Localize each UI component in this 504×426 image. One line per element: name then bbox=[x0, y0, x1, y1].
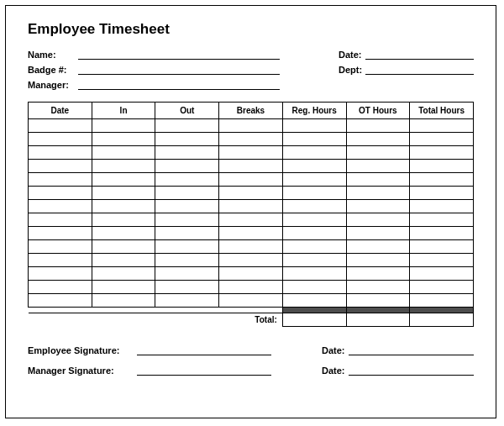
table-cell[interactable] bbox=[219, 200, 283, 213]
table-cell[interactable] bbox=[410, 254, 474, 267]
table-cell[interactable] bbox=[282, 267, 346, 281]
table-cell[interactable] bbox=[346, 240, 410, 254]
table-cell[interactable] bbox=[29, 254, 92, 267]
mgr-sig-field[interactable] bbox=[137, 366, 271, 376]
table-cell[interactable] bbox=[346, 146, 410, 160]
table-cell[interactable] bbox=[92, 119, 155, 133]
table-cell[interactable] bbox=[29, 200, 92, 213]
table-cell[interactable] bbox=[155, 146, 219, 160]
table-cell[interactable] bbox=[410, 119, 474, 133]
table-cell[interactable] bbox=[92, 213, 155, 227]
table-cell[interactable] bbox=[219, 294, 283, 308]
table-cell[interactable] bbox=[282, 160, 346, 173]
table-cell[interactable] bbox=[282, 200, 346, 213]
table-cell[interactable] bbox=[346, 267, 410, 281]
manager-field[interactable] bbox=[78, 80, 280, 90]
table-cell[interactable] bbox=[155, 119, 219, 133]
table-cell[interactable] bbox=[92, 281, 155, 294]
table-cell[interactable] bbox=[155, 240, 219, 254]
dept-field[interactable] bbox=[365, 65, 474, 75]
table-cell[interactable] bbox=[92, 254, 155, 267]
total-reg[interactable] bbox=[282, 313, 346, 327]
table-cell[interactable] bbox=[29, 267, 92, 281]
table-cell[interactable] bbox=[346, 173, 410, 187]
table-cell[interactable] bbox=[92, 227, 155, 240]
total-all[interactable] bbox=[410, 313, 474, 327]
table-cell[interactable] bbox=[346, 213, 410, 227]
table-cell[interactable] bbox=[155, 281, 219, 294]
total-ot[interactable] bbox=[346, 313, 410, 327]
table-cell[interactable] bbox=[282, 240, 346, 254]
table-cell[interactable] bbox=[410, 160, 474, 173]
table-cell[interactable] bbox=[92, 200, 155, 213]
table-cell[interactable] bbox=[410, 146, 474, 160]
table-cell[interactable] bbox=[346, 119, 410, 133]
table-cell[interactable] bbox=[219, 227, 283, 240]
table-cell[interactable] bbox=[410, 294, 474, 308]
table-cell[interactable] bbox=[92, 240, 155, 254]
emp-sig-date-field[interactable] bbox=[349, 345, 474, 355]
table-cell[interactable] bbox=[92, 146, 155, 160]
table-cell[interactable] bbox=[282, 119, 346, 133]
table-cell[interactable] bbox=[410, 200, 474, 213]
table-cell[interactable] bbox=[29, 240, 92, 254]
table-cell[interactable] bbox=[282, 187, 346, 200]
table-cell[interactable] bbox=[155, 227, 219, 240]
table-cell[interactable] bbox=[346, 160, 410, 173]
table-cell[interactable] bbox=[219, 160, 283, 173]
table-cell[interactable] bbox=[219, 281, 283, 294]
table-cell[interactable] bbox=[92, 133, 155, 146]
table-cell[interactable] bbox=[282, 146, 346, 160]
table-cell[interactable] bbox=[410, 173, 474, 187]
table-cell[interactable] bbox=[29, 281, 92, 294]
table-cell[interactable] bbox=[219, 267, 283, 281]
table-cell[interactable] bbox=[410, 240, 474, 254]
table-cell[interactable] bbox=[155, 160, 219, 173]
table-cell[interactable] bbox=[282, 281, 346, 294]
table-cell[interactable] bbox=[346, 227, 410, 240]
table-cell[interactable] bbox=[219, 254, 283, 267]
table-cell[interactable] bbox=[346, 254, 410, 267]
table-cell[interactable] bbox=[155, 133, 219, 146]
table-cell[interactable] bbox=[29, 173, 92, 187]
table-cell[interactable] bbox=[410, 281, 474, 294]
table-cell[interactable] bbox=[92, 160, 155, 173]
table-cell[interactable] bbox=[410, 213, 474, 227]
table-cell[interactable] bbox=[346, 281, 410, 294]
table-cell[interactable] bbox=[29, 160, 92, 173]
table-cell[interactable] bbox=[346, 200, 410, 213]
table-cell[interactable] bbox=[410, 227, 474, 240]
table-cell[interactable] bbox=[219, 173, 283, 187]
table-cell[interactable] bbox=[92, 294, 155, 308]
table-cell[interactable] bbox=[346, 133, 410, 146]
table-cell[interactable] bbox=[282, 133, 346, 146]
mgr-sig-date-field[interactable] bbox=[349, 366, 474, 376]
table-cell[interactable] bbox=[29, 213, 92, 227]
table-cell[interactable] bbox=[219, 240, 283, 254]
table-cell[interactable] bbox=[410, 187, 474, 200]
table-cell[interactable] bbox=[155, 267, 219, 281]
table-cell[interactable] bbox=[282, 173, 346, 187]
table-cell[interactable] bbox=[282, 294, 346, 308]
name-field[interactable] bbox=[78, 50, 280, 60]
table-cell[interactable] bbox=[29, 119, 92, 133]
table-cell[interactable] bbox=[219, 213, 283, 227]
table-cell[interactable] bbox=[410, 133, 474, 146]
date-field[interactable] bbox=[365, 50, 474, 60]
table-cell[interactable] bbox=[92, 173, 155, 187]
table-cell[interactable] bbox=[346, 294, 410, 308]
table-cell[interactable] bbox=[282, 227, 346, 240]
table-cell[interactable] bbox=[219, 119, 283, 133]
table-cell[interactable] bbox=[219, 146, 283, 160]
table-cell[interactable] bbox=[29, 133, 92, 146]
badge-field[interactable] bbox=[78, 65, 280, 75]
table-cell[interactable] bbox=[219, 187, 283, 200]
table-cell[interactable] bbox=[219, 133, 283, 146]
table-cell[interactable] bbox=[155, 187, 219, 200]
table-cell[interactable] bbox=[155, 200, 219, 213]
table-cell[interactable] bbox=[92, 187, 155, 200]
table-cell[interactable] bbox=[410, 267, 474, 281]
table-cell[interactable] bbox=[282, 213, 346, 227]
table-cell[interactable] bbox=[29, 227, 92, 240]
table-cell[interactable] bbox=[346, 187, 410, 200]
